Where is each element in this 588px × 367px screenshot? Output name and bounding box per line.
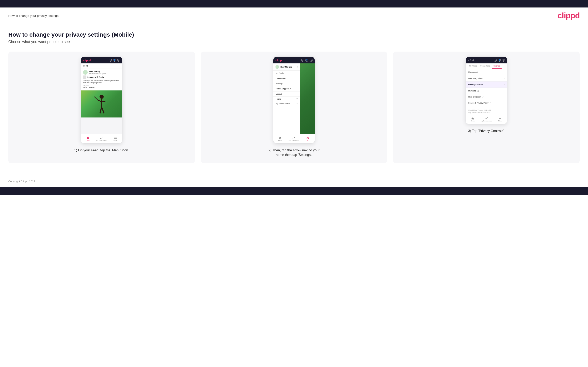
- phone-bottom-nav-3: Home My Performance Menu: [466, 115, 507, 124]
- dropdown-help-support[interactable]: Help & Support ↗: [273, 86, 300, 92]
- phone2-body: Blair McHarg ∧ My Profile Connections Se…: [273, 63, 315, 134]
- svg-line-5: [100, 107, 102, 113]
- lesson-label: Lesson with Fordy: [83, 75, 120, 79]
- nav-home-2[interactable]: Home: [273, 134, 287, 143]
- user-icon: 👤: [113, 59, 116, 62]
- dropdown-performance-section[interactable]: My Performance ∨: [273, 101, 300, 106]
- tab-connections[interactable]: Connections: [479, 63, 492, 69]
- steps-row: clippd ⌕ 👤 ⚙ Feed Blair McHarg: [8, 51, 580, 163]
- user-icon-2: 👤: [305, 59, 308, 62]
- lesson-title: Lesson with Fordy: [87, 76, 104, 78]
- chevron-right-privacy: ›: [504, 83, 504, 86]
- dropdown-my-profile[interactable]: My Profile: [273, 71, 300, 76]
- golf-image: [81, 91, 122, 117]
- menu-my-golf-bag-label: My Golf Bag: [468, 90, 479, 92]
- performance-icon: [100, 137, 103, 139]
- version-line-2: GQL Server Version: 2022.7.30-1: [468, 111, 504, 114]
- lesson-desc: Looking to feel like my hands are exitin…: [83, 80, 120, 84]
- svg-line-3: [94, 97, 97, 100]
- nav-home-1[interactable]: Home: [81, 134, 95, 143]
- nav-menu-1[interactable]: Menu: [108, 134, 122, 143]
- nav-performance-label-3: My Performance: [481, 120, 492, 122]
- avatar-2: [276, 65, 279, 69]
- phone3-menu: My Account › Data Integrations › Privacy…: [466, 69, 507, 106]
- logo: clippd: [558, 11, 580, 20]
- phone-bottom-nav-1: Home My Performance Menu: [81, 134, 122, 143]
- duration-val: 01 hr : 30 min: [83, 86, 120, 88]
- feed-user-name: Blair McHarg: [89, 70, 106, 73]
- step-1-card: clippd ⌕ 👤 ⚙ Feed Blair McHarg: [8, 51, 195, 163]
- menu-data-integrations[interactable]: Data Integrations ›: [466, 75, 507, 82]
- nav-menu-3[interactable]: Menu: [493, 115, 507, 124]
- performance-icon-2: [293, 137, 295, 139]
- chevron-down-icon-home: ∨: [296, 98, 298, 100]
- dropdown-backdrop: [300, 63, 315, 134]
- chevron-down-icon-performance: ∨: [296, 102, 298, 105]
- menu-help-support-label: Help & Support ↗: [468, 96, 484, 98]
- nav-performance-label-1: My Performance: [96, 140, 107, 141]
- dropdown-logout[interactable]: Logout: [273, 92, 300, 97]
- phone3-header: < Back ⌕ 👤 ⚙: [466, 57, 507, 63]
- home-icon-3: [471, 117, 474, 120]
- nav-home-label-2: Home: [278, 140, 282, 141]
- dropdown-home-section[interactable]: Home ∨: [273, 97, 300, 101]
- lesson-icon: [83, 75, 86, 79]
- duration-label: Duration: [83, 84, 120, 86]
- nav-performance-label-2: My Performance: [289, 140, 299, 141]
- golfer-svg: [93, 92, 110, 115]
- menu-my-account[interactable]: My Account ›: [466, 69, 507, 75]
- search-icon: ⌕: [109, 59, 112, 62]
- home-icon: [86, 137, 89, 139]
- settings-icon-2: ⚙: [310, 59, 312, 62]
- phone-icons-2: ⌕ 👤 ⚙: [301, 59, 312, 62]
- feed-post: Blair McHarg Yesterday · Sunningdale Les…: [81, 68, 122, 90]
- svg-point-0: [100, 95, 104, 99]
- nav-performance-3[interactable]: My Performance: [480, 115, 493, 124]
- phone-bottom-nav-2: Home My Performance ✕: [273, 134, 315, 143]
- page-subtitle: Choose what you want people to see: [8, 40, 580, 44]
- menu-service-privacy[interactable]: Service & Privacy Policy ↗: [466, 100, 507, 106]
- dropdown-user-info: Blair McHarg: [276, 65, 292, 69]
- page-title: How to change your privacy settings (Mob…: [8, 31, 580, 38]
- main-content: How to change your privacy settings (Mob…: [0, 23, 588, 176]
- search-icon-3: ⌕: [494, 59, 497, 62]
- phone-logo-1: clippd: [83, 59, 91, 62]
- nav-home-label-3: Home: [471, 120, 475, 122]
- dropdown-settings[interactable]: Settings: [273, 81, 300, 86]
- menu-help-support[interactable]: Help & Support ↗: [466, 94, 507, 100]
- feed-tab: Feed: [81, 63, 122, 68]
- version-info: Clippd Client Version: 2022.8.3-3 GQL Se…: [466, 106, 507, 115]
- nav-close-2[interactable]: ✕: [301, 134, 315, 143]
- phone-mockup-2: clippd ⌕ 👤 ⚙ Blair: [273, 57, 315, 143]
- step-3-caption: 3) Tap 'Privacy Controls'.: [468, 129, 505, 133]
- menu-data-integrations-label: Data Integrations: [468, 77, 483, 79]
- performance-section-label: My Performance: [276, 102, 290, 105]
- phone-body-1: Feed Blair McHarg Yesterday · Sunningdal…: [81, 63, 122, 134]
- copyright: Copyright Clippd 2022: [8, 180, 35, 183]
- step-3-card: < Back ⌕ 👤 ⚙ My Profile Connections Sett…: [393, 51, 580, 163]
- performance-icon-3: [485, 117, 488, 120]
- svg-line-4: [102, 101, 105, 102]
- back-button[interactable]: < Back: [468, 59, 474, 61]
- feed-user-info: Blair McHarg Yesterday · Sunningdale: [89, 70, 106, 75]
- menu-icon-3: [499, 117, 502, 120]
- chevron-up-icon: ∧: [297, 66, 298, 68]
- dropdown-connections[interactable]: Connections: [273, 76, 300, 81]
- tab-my-profile[interactable]: My Profile: [467, 63, 479, 69]
- menu-my-golf-bag[interactable]: My Golf Bag ›: [466, 88, 507, 94]
- bottom-bar: [0, 187, 588, 195]
- menu-privacy-controls[interactable]: Privacy Controls ›: [466, 82, 507, 88]
- phone-icons-3: ⌕ 👤 ⚙: [494, 59, 505, 62]
- nav-menu-label-1: Menu: [113, 140, 117, 141]
- tab-settings[interactable]: Settings: [492, 63, 502, 69]
- chevron-right-golf-bag: ›: [504, 90, 504, 92]
- chevron-right-account: ›: [504, 71, 504, 73]
- nav-performance-1[interactable]: My Performance: [95, 134, 108, 143]
- nav-home-3[interactable]: Home: [466, 115, 480, 124]
- step-2-card: clippd ⌕ 👤 ⚙ Blair: [201, 51, 387, 163]
- nav-performance-2[interactable]: My Performance: [287, 134, 301, 143]
- menu-my-account-label: My Account: [468, 71, 478, 73]
- step-2-caption: 2) Then, tap the arrow next to your name…: [265, 148, 323, 157]
- avatar: [83, 70, 88, 75]
- dropdown-user-row[interactable]: Blair McHarg ∧: [273, 63, 300, 71]
